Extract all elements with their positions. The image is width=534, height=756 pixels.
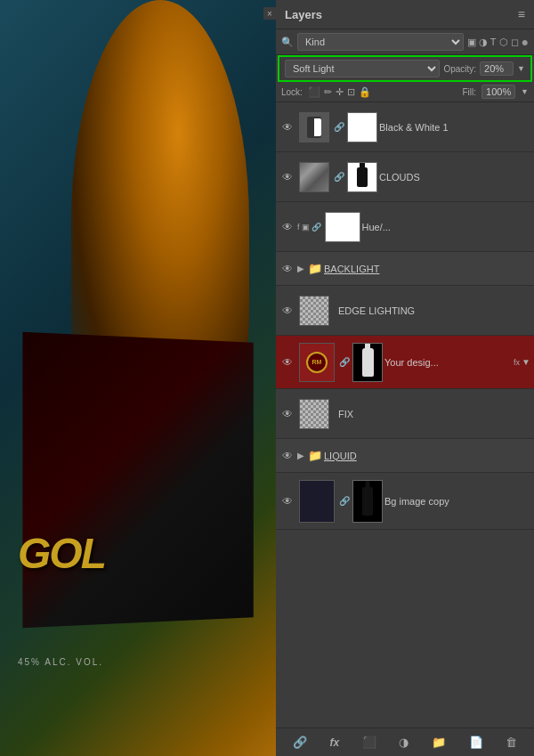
layer-item-liquid[interactable]: 👁 ▶ 📁 Liquid xyxy=(276,439,534,473)
link-layers-button[interactable]: 🔗 xyxy=(289,734,311,751)
layer-thumbnail-bw1 xyxy=(299,112,329,142)
layer-visibility-liquid[interactable]: 👁 xyxy=(279,450,295,462)
panel-toolbar: 🔗 fx ⬛ ◑ 📁 📄 🗑 xyxy=(276,728,534,756)
layer-mask-hue xyxy=(325,212,360,242)
layer-mask-bw1 xyxy=(347,112,377,142)
layer-item-bg-image-copy[interactable]: 👁 🔗 Bg image copy xyxy=(276,473,534,530)
panel-menu-icon[interactable]: ≡ xyxy=(518,7,525,21)
group-expand-icon-backlight[interactable]: ▶ xyxy=(297,264,304,273)
blend-mode-select[interactable]: Soft Light xyxy=(285,60,440,77)
layer-thumbnail-fix xyxy=(299,399,329,429)
layer-item-edge-lighting[interactable]: 👁 EDGE LIGHTING xyxy=(276,286,534,336)
fill-input[interactable] xyxy=(481,85,515,99)
layer-mask-clouds xyxy=(347,162,377,192)
layers-list: 👁 🔗 Black & White 1 👁 🔗 CLOUDS xyxy=(276,102,534,728)
hue-monitor-icon: ▣ xyxy=(302,223,310,232)
panel-header: Layers ≡ xyxy=(276,0,534,29)
lock-icons: ⬛ ✏ ✛ ⊡ 🔒 xyxy=(308,86,371,98)
type-filter-icon[interactable]: T xyxy=(490,37,497,47)
search-icon: 🔍 xyxy=(281,37,294,48)
smart-object-filter-icon[interactable]: ◻ xyxy=(511,37,519,48)
kind-filter-select[interactable]: Kind xyxy=(297,33,464,51)
panel-collapse-button[interactable]: × xyxy=(263,7,276,20)
layer-item-your-design[interactable]: 👁 RM 🔗 Your desig... fx ▼ xyxy=(276,336,534,389)
layer-fx-your-design: fx xyxy=(514,358,520,367)
fx-button[interactable]: fx xyxy=(326,735,343,751)
pixel-filter-icon[interactable]: ▣ xyxy=(467,37,476,48)
panel-title: Layers xyxy=(285,8,322,21)
layer-visibility-edge-lighting[interactable]: 👁 xyxy=(279,305,295,317)
layer-link-bw1: 🔗 xyxy=(334,122,344,132)
layer-name-your-design: Your desig... xyxy=(384,357,512,368)
layer-visibility-bg-image-copy[interactable]: 👁 xyxy=(279,495,295,508)
adjustment-filter-icon[interactable]: ◑ xyxy=(479,37,488,48)
lock-paint-icon[interactable]: ✏ xyxy=(324,86,332,98)
layer-expand-your-design[interactable]: ▼ xyxy=(522,357,530,367)
new-layer-button[interactable]: 📄 xyxy=(465,734,487,751)
layer-thumbnail-clouds xyxy=(299,162,329,192)
layer-link-your-design: 🔗 xyxy=(339,357,350,367)
hue-link-icon: 🔗 xyxy=(312,223,321,232)
layer-thumbnail-bg-image-copy xyxy=(299,480,335,523)
group-expand-icon-liquid[interactable]: ▶ xyxy=(297,451,304,460)
group-folder-icon-backlight: 📁 xyxy=(308,262,322,275)
layer-item-backlight[interactable]: 👁 ▶ 📁 BACKLIGHT xyxy=(276,252,534,286)
layer-mask-bg-image-copy xyxy=(352,480,383,523)
layer-item-hue[interactable]: 👁 f ▣ 🔗 Hue/... xyxy=(276,202,534,252)
layer-name-bg-image-copy: Bg image copy xyxy=(384,496,530,507)
layer-name-backlight: BACKLIGHT xyxy=(324,264,379,274)
layer-name-edge-lighting: EDGE LIGHTING xyxy=(338,305,530,316)
delete-layer-button[interactable]: 🗑 xyxy=(502,734,521,751)
mask-button[interactable]: ⬛ xyxy=(359,734,380,751)
layer-visibility-clouds[interactable]: 👁 xyxy=(279,171,295,183)
bottle-label xyxy=(22,332,253,629)
layer-name-hue: Hue/... xyxy=(362,222,530,232)
layer-visibility-bw1[interactable]: 👁 xyxy=(279,121,295,134)
fill-label: Fill: xyxy=(463,87,477,97)
lock-move-icon[interactable]: ✛ xyxy=(336,86,344,98)
group-folder-icon-liquid: 📁 xyxy=(308,449,322,462)
layer-name-bw1: Black & White 1 xyxy=(379,122,530,133)
fill-chevron-icon[interactable]: ▼ xyxy=(521,87,529,96)
opacity-label: Opacity: xyxy=(443,64,476,74)
adjustment-button[interactable]: ◑ xyxy=(395,734,412,751)
layer-visibility-hue[interactable]: 👁 xyxy=(279,221,295,233)
opacity-chevron-icon[interactable]: ▼ xyxy=(517,64,525,73)
layer-item-bw1[interactable]: 👁 🔗 Black & White 1 xyxy=(276,102,534,152)
hue-f-icon: f xyxy=(297,223,300,232)
layer-visibility-your-design[interactable]: 👁 xyxy=(279,356,295,369)
bottle-bottom-text: 45% ALC. VOL. xyxy=(18,657,103,667)
shape-filter-icon[interactable]: ⬡ xyxy=(499,37,508,48)
layer-link-clouds: 🔗 xyxy=(334,172,344,182)
hue-adj-icons: f ▣ 🔗 xyxy=(297,223,321,232)
layers-panel: × Layers ≡ 🔍 Kind ▣ ◑ T ⬡ ◻ ● Soft Light… xyxy=(276,0,534,756)
layer-visibility-fix[interactable]: 👁 xyxy=(279,408,295,420)
lock-label: Lock: xyxy=(281,87,303,97)
layer-name-liquid: Liquid xyxy=(324,451,357,461)
layer-visibility-backlight[interactable]: 👁 xyxy=(279,263,295,275)
lock-pixels-icon[interactable]: ⬛ xyxy=(308,86,320,98)
lock-artboard-icon[interactable]: ⊡ xyxy=(347,86,355,98)
filter-row: 🔍 Kind ▣ ◑ T ⬡ ◻ ● xyxy=(276,29,534,55)
filter-toggle-icon[interactable]: ● xyxy=(522,35,529,49)
blend-opacity-row: Soft Light Opacity: ▼ xyxy=(278,55,532,82)
group-button[interactable]: 📁 xyxy=(428,734,449,751)
filter-icons: ▣ ◑ T ⬡ ◻ ● xyxy=(467,35,529,49)
opacity-input[interactable] xyxy=(480,61,514,76)
lock-row: Lock: ⬛ ✏ ✛ ⊡ 🔒 Fill: ▼ xyxy=(276,82,534,102)
layer-item-clouds[interactable]: 👁 🔗 CLOUDS xyxy=(276,152,534,202)
layer-link-bg-image-copy: 🔗 xyxy=(339,496,350,506)
layer-name-clouds: CLOUDS xyxy=(379,172,530,183)
layer-thumbnail-edge-lighting xyxy=(299,296,329,326)
bottle-gold-text: GOL xyxy=(18,529,105,578)
layer-mask-your-design xyxy=(352,343,383,382)
layer-item-fix[interactable]: 👁 FIX xyxy=(276,389,534,439)
layer-thumbnail-your-design: RM xyxy=(299,343,335,382)
lock-all-icon[interactable]: 🔒 xyxy=(359,86,371,98)
layer-name-fix: FIX xyxy=(338,409,530,419)
